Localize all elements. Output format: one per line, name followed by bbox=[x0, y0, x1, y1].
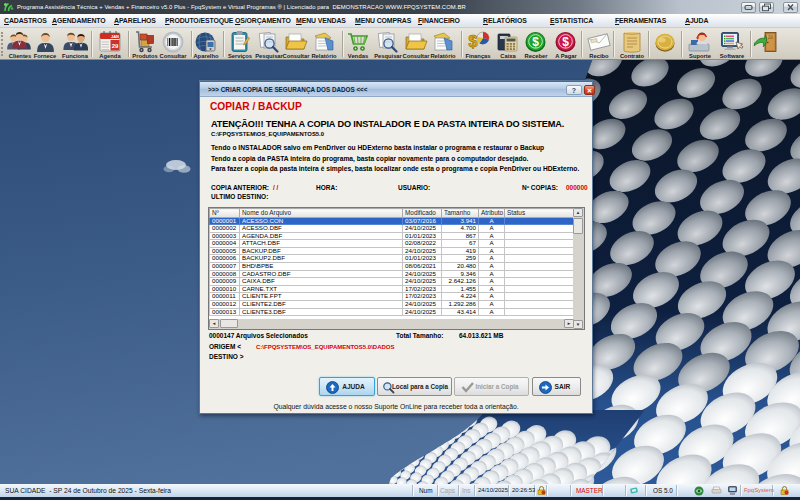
svg-text:JAN: JAN bbox=[111, 34, 119, 39]
svg-text:$: $ bbox=[532, 35, 539, 49]
svg-text:$: $ bbox=[468, 32, 478, 51]
svg-text:$: $ bbox=[562, 35, 569, 49]
svg-text:29: 29 bbox=[112, 43, 119, 49]
svg-text:EXIT: EXIT bbox=[768, 35, 774, 39]
